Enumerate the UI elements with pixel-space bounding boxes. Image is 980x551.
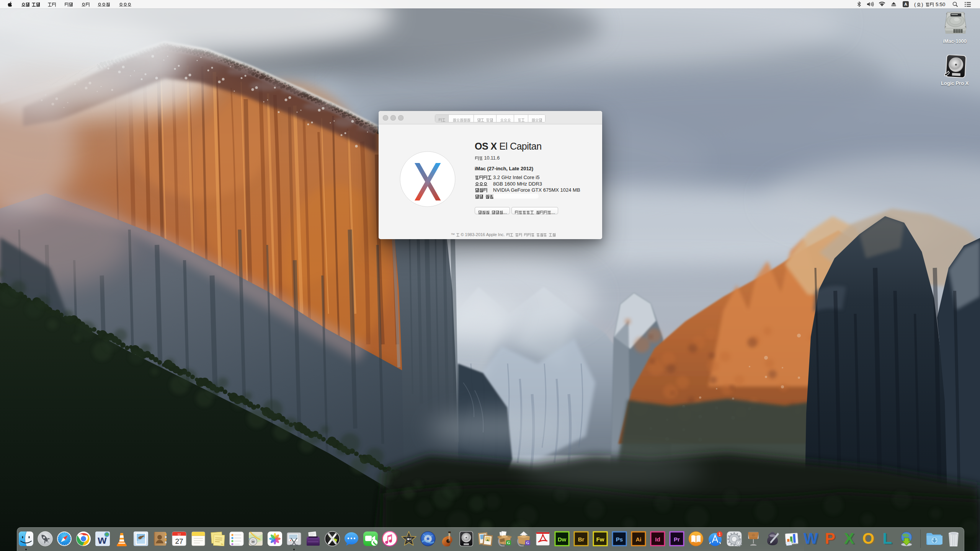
svg-text:Fw: Fw (596, 536, 604, 543)
svg-text:Pr: Pr (674, 536, 680, 543)
svg-text:Dw: Dw (558, 536, 567, 543)
svg-text:O: O (862, 531, 874, 546)
svg-text:Br: Br (578, 536, 585, 543)
svg-text:1: 1 (719, 532, 721, 536)
svg-text:27: 27 (175, 537, 183, 545)
svg-text:G: G (526, 541, 529, 545)
svg-text:X: X (844, 531, 854, 546)
svg-text:P: P (825, 531, 835, 546)
svg-text:Ps: Ps (616, 536, 623, 543)
svg-text:G: G (507, 541, 510, 545)
svg-text:3D: 3D (252, 541, 255, 543)
svg-text:L: L (883, 531, 892, 546)
svg-text:12: 12 (178, 533, 181, 536)
svg-text:W: W (804, 531, 818, 546)
svg-text:Ai: Ai (636, 536, 642, 543)
svg-text:Id: Id (655, 536, 660, 543)
